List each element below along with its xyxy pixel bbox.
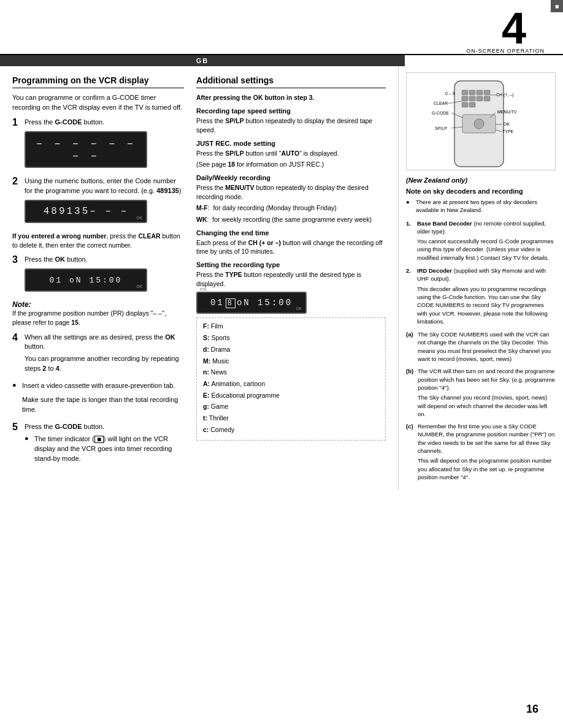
step-3-content: Press the OK button. 01 oN 15:00 OK [25,255,184,295]
sky-content: ● There are at present two types of sky … [406,198,556,483]
just-rec-text: Press the SP/LP button until "AUTO" is d… [196,149,386,158]
type-s: S: Sports [203,333,379,343]
left-columns: Programming on the VCR display You can p… [12,75,386,473]
step-5-text: Press the G-CODE button. [25,422,184,432]
sky-intro-text: There are at present two types of sky de… [416,198,556,214]
svg-rect-6 [469,96,475,101]
svg-rect-3 [477,90,483,95]
type-e: E: Educational programme [203,391,379,400]
step-2-text: Using the numeric buttons, enter the Cod… [25,176,184,196]
additional-settings-column: Additional settings After pressing the O… [196,75,386,473]
vcr-ok-label-3: OK [136,284,142,289]
vcr-ok-label: OK [136,215,142,221]
corner-icon: ◼ [551,0,563,12]
svg-rect-1 [462,90,468,95]
bullet-cassette: ● Insert a video cassette with erasure-p… [12,381,184,393]
step-5: 5 Press the G-CODE button. ● The timer i… [12,422,184,468]
svg-rect-2 [469,90,475,95]
step-4-content: When all the settings are as desired, pr… [25,333,184,377]
page-header: ◼ 4 ON-SCREEN OPERATION [0,0,563,55]
svg-rect-7 [477,96,483,101]
note-section: Note: If the programme position number (… [12,300,184,327]
limitation-a-text: The Sky CODE NUMBERS used with the VCR c… [418,330,556,363]
limitation-c-label: (c) [406,422,416,431]
bullet-tape: ● Make sure the tape is longer than the … [12,395,184,417]
limitation-c-content: Remember the first time you use a Sky CO… [418,422,556,483]
vcr-intro: You can programme or confirm a G-CODE ti… [12,93,184,113]
limitation-b-content: The VCR will then turn on and record the… [418,367,556,420]
step-2-content: Using the numeric buttons, enter the Cod… [25,176,184,227]
chapter-label: ON-SCREEN OPERATION [466,48,545,54]
wrong-number-warning: If you entered a wrong number, press the… [12,232,184,250]
svg-rect-5 [462,96,468,101]
step-4-repeat: You can programme another recording by r… [25,354,184,374]
step-4-number: 4 [12,333,21,343]
svg-text:0 – 9: 0 – 9 [445,91,455,96]
limitation-c-text1: Remember the first time you use a Sky CO… [418,422,556,455]
decoder-1: 1. Base Band Decoder (no remote control … [406,219,556,264]
gb-banner: GB [0,55,405,66]
limitation-b-label: (b) [406,367,416,376]
svg-text:G-CODE: G-CODE [432,111,449,115]
svg-rect-4 [484,90,490,95]
limitation-b-text2: The Sky channel you record (movies, spor… [418,393,556,418]
sky-intro-bullet: ● There are at present two types of sky … [406,198,556,216]
note-title: Note: [12,300,184,309]
decoder-2-name: IRD Decoder (supplied with Sky Remote an… [417,267,556,283]
just-rec-title: JUST REC. mode setting [196,140,386,147]
decoder-1-num: 1. [406,219,415,264]
main-layout: Programming on the VCR display You can p… [0,66,563,490]
type-m: M: Music [203,357,379,366]
daily-weekly-text: Press the MENU/TV button repeatedly to d… [196,183,386,201]
tape-speed-text: Press the SP/LP button repeatedly to dis… [196,116,386,134]
type-g: g: Game [203,402,379,411]
svg-text:CLEAR: CLEAR [434,101,448,105]
decoder-1-content: Base Band Decoder (no remote control sup… [417,219,556,264]
sky-bullet-icon: ● [406,198,413,216]
step-3-text: Press the OK button. [25,255,184,265]
vcr-display-type: 018oN 15:00 OK [196,292,307,314]
svg-text:MENU/TV: MENU/TV [497,110,517,114]
left-content: Programming on the VCR display You can p… [0,66,399,490]
note-text: If the programme position number (PR) di… [12,309,184,327]
step-5-content: Press the G-CODE button. ● The timer ind… [25,422,184,468]
limitation-b: (b) The VCR will then turn on and record… [406,367,556,420]
svg-text:OK: OK [504,122,510,126]
svg-text:TYPE: TYPE [502,129,514,134]
step-1: 1 Press the G-CODE button. – – – – – – –… [12,118,184,172]
limitation-b-text1: The VCR will then turn on and record the… [418,367,556,392]
step-2: 2 Using the numeric buttons, enter the C… [12,176,184,227]
svg-point-12 [474,119,484,129]
limitation-a-label: (a) [406,330,416,339]
decoder-2: 2. IRD Decoder (supplied with Sky Remote… [406,267,556,327]
step-2-number: 2 [12,176,21,186]
type-n: n: News [203,368,379,377]
decoder-1-text: You cannot successfully record G-Code pr… [417,237,556,262]
bullet-tape-text: Make sure the tape is longer than the to… [22,395,184,415]
vcr-section-title: Programming on the VCR display [12,75,184,88]
svg-text:CH (+, –): CH (+, –) [496,93,514,97]
limitation-a: (a) The Sky CODE NUMBERS used with the V… [406,330,556,365]
wk-text: WK: for weekly recording (the same progr… [196,215,386,224]
type-f: F: Film [203,322,379,331]
step-4: 4 When all the settings are as desired, … [12,333,184,377]
vcr-ok-label-type: OK [296,306,302,311]
type-t: t: Thriller [203,414,379,423]
bullet-icon: ● [12,381,20,393]
step-4-text: When all the settings are as desired, pr… [25,333,184,352]
nz-label: (New Zealand only) [406,176,556,184]
type-c: c: Comedy [203,425,379,434]
settings-section: Recording tape speed setting Press the S… [196,107,386,441]
decoder-1-name: Base Band Decoder (no remote control sup… [417,219,556,236]
step-3-number: 3 [12,255,21,265]
after-ok-text: After pressing the OK button in step 3. [196,93,386,102]
step-1-text: Press the G-CODE button. [25,118,184,127]
remote-diagram: 0 – 9 CLEAR CH (+, –) G-CODE MENU/TV SP/… [406,72,556,170]
type-d: d: Drama [203,345,379,354]
mf-text: M-F: for daily recording (Monday through… [196,203,386,213]
type-a: A: Animation, cartoon [203,379,379,389]
limitation-c-text2: This will depend on the programme positi… [418,457,556,481]
type-list-box: F: Film S: Sports d: Drama M: Music n: N… [196,317,386,441]
end-time-title: Changing the end time [196,229,386,237]
vcr-display-2: 489135– – – OK [25,200,147,223]
